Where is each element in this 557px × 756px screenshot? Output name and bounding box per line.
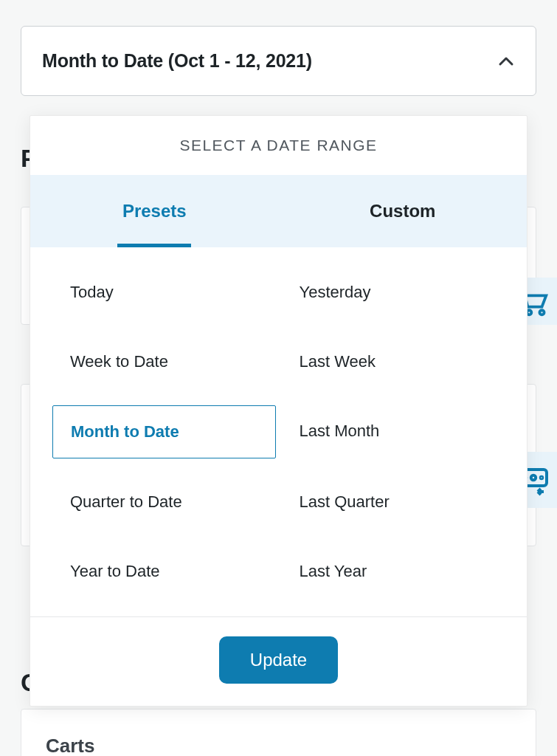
preset-yesterday[interactable]: Yesterday [282, 267, 505, 318]
preset-week-to-date[interactable]: Week to Date [52, 336, 276, 388]
svg-point-0 [527, 310, 531, 315]
svg-point-3 [531, 475, 536, 480]
preset-last-quarter[interactable]: Last Quarter [282, 476, 505, 528]
preset-last-week[interactable]: Last Week [282, 336, 505, 388]
carts-title: Carts [46, 735, 94, 756]
preset-today[interactable]: Today [52, 267, 276, 318]
panel-title: SELECT A DATE RANGE [30, 116, 527, 175]
date-range-selector[interactable]: Month to Date (Oct 1 - 12, 2021) [21, 26, 536, 96]
bg-card [21, 709, 536, 756]
update-button[interactable]: Update [219, 636, 338, 684]
date-range-selected-label: Month to Date (Oct 1 - 12, 2021) [42, 50, 312, 72]
svg-point-1 [539, 310, 544, 315]
tab-presets-label: Presets [122, 201, 187, 221]
svg-point-5 [541, 477, 542, 478]
preset-last-month[interactable]: Last Month [282, 405, 505, 458]
preset-year-to-date[interactable]: Year to Date [52, 546, 276, 597]
tab-custom-label: Custom [370, 201, 435, 221]
panel-footer: Update [30, 616, 527, 706]
preset-quarter-to-date[interactable]: Quarter to Date [52, 476, 276, 528]
presets-grid: Today Yesterday Week to Date Last Week M… [30, 247, 527, 616]
preset-last-year[interactable]: Last Year [282, 546, 505, 597]
tab-custom[interactable]: Custom [279, 175, 527, 247]
preset-month-to-date[interactable]: Month to Date [52, 405, 276, 458]
chevron-up-icon [497, 52, 515, 70]
date-range-panel: SELECT A DATE RANGE Presets Custom Today… [30, 115, 527, 707]
tab-presets[interactable]: Presets [30, 175, 279, 247]
panel-tabs: Presets Custom [30, 175, 527, 247]
